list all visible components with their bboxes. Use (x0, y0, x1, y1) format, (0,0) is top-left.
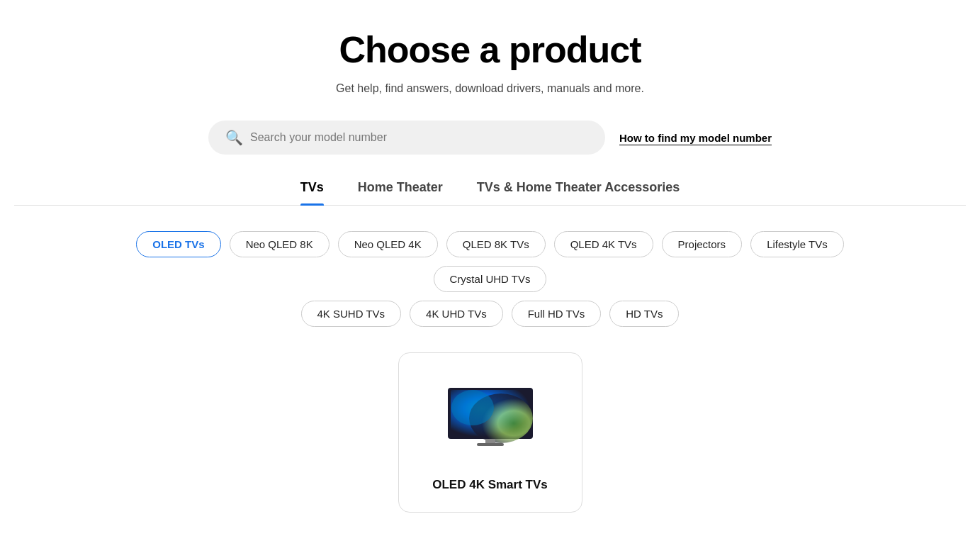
search-icon: 🔍 (225, 129, 243, 146)
product-grid: OLED 4K Smart TVs (14, 352, 966, 513)
page-title: Choose a product (14, 28, 966, 71)
product-card-oled-4k-smart-tvs[interactable]: OLED 4K Smart TVs (398, 352, 582, 513)
filter-full-hd-tvs[interactable]: Full HD TVs (512, 301, 602, 327)
filter-qled-8k-tvs[interactable]: QLED 8K TVs (446, 231, 546, 257)
product-image-area (434, 376, 547, 461)
search-input[interactable] (250, 131, 588, 144)
product-image-tv (444, 386, 536, 450)
filter-neo-qled-4k[interactable]: Neo QLED 4K (338, 231, 438, 257)
page-subtitle: Get help, find answers, download drivers… (14, 82, 966, 95)
filter-pills-row1: OLED TVs Neo QLED 8K Neo QLED 4K QLED 8K… (101, 231, 880, 292)
tab-tvs[interactable]: TVs (300, 180, 324, 205)
filter-4k-suhd-tvs[interactable]: 4K SUHD TVs (301, 301, 402, 327)
filter-4k-uhd-tvs[interactable]: 4K UHD TVs (410, 301, 503, 327)
product-name: OLED 4K Smart TVs (432, 478, 548, 492)
svg-rect-5 (477, 443, 504, 446)
tab-home-theater[interactable]: Home Theater (358, 180, 443, 205)
filter-neo-qled-8k[interactable]: Neo QLED 8K (230, 231, 330, 257)
search-bar: 🔍 (208, 121, 605, 155)
filter-projectors[interactable]: Projectors (662, 231, 743, 257)
filter-oled-tvs[interactable]: OLED TVs (136, 231, 220, 257)
find-model-number-link[interactable]: How to find my model number (619, 132, 772, 144)
filter-hd-tvs[interactable]: HD TVs (609, 301, 679, 327)
tabs-row: TVs Home Theater TVs & Home Theater Acce… (14, 180, 966, 206)
filter-qled-4k-tvs[interactable]: QLED 4K TVs (554, 231, 653, 257)
filter-crystal-uhd-tvs[interactable]: Crystal UHD TVs (434, 266, 547, 292)
tab-accessories[interactable]: TVs & Home Theater Accessories (477, 180, 680, 205)
search-row: 🔍 How to find my model number (14, 121, 966, 155)
filter-lifestyle-tvs[interactable]: Lifestyle TVs (750, 231, 844, 257)
filter-pills-row2: 4K SUHD TVs 4K UHD TVs Full HD TVs HD TV… (101, 301, 880, 327)
svg-point-3 (451, 390, 494, 425)
